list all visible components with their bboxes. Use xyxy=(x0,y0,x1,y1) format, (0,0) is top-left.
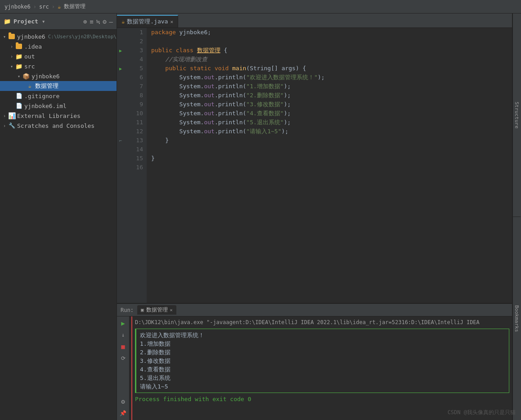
tree-item-pkg[interactable]: ▾ 📦 yjnboke6 xyxy=(0,71,117,81)
bookmarks-tab[interactable]: Bookmarks xyxy=(512,217,521,420)
ln-12: 12 xyxy=(128,127,143,136)
run-scroll-down-button[interactable]: ↓ xyxy=(118,330,128,340)
run-tab-label: 数据管理 xyxy=(146,306,168,314)
tree-item-root[interactable]: ▾ yjnboke6 C:\Users\yjn28\Desktop\博客代码\y… xyxy=(0,32,117,41)
ln-6: 6 xyxy=(128,73,143,82)
gutter-13: ⌐ xyxy=(117,136,124,145)
scratches-icon: 🔧 xyxy=(8,122,15,129)
ln-4: 4 xyxy=(128,55,143,64)
tree-item-scratches[interactable]: › 🔧 Scratches and Consoles xyxy=(0,121,117,131)
sep1: › xyxy=(33,4,36,10)
gutter-4 xyxy=(117,55,124,64)
tree-item-idea[interactable]: › .idea xyxy=(0,41,117,51)
code-line-11: System.out.println("5.退出系统"); xyxy=(151,118,508,127)
add-icon[interactable]: ⊕ xyxy=(83,18,87,25)
ln-5: 5 xyxy=(128,64,143,73)
settings-icon[interactable]: ⚙ xyxy=(103,18,106,25)
project-tree: ▾ yjnboke6 C:\Users\yjn28\Desktop\博客代码\y… xyxy=(0,30,117,420)
tree-item-src[interactable]: ▾ 📁 src xyxy=(0,61,117,71)
gutter-7 xyxy=(117,82,124,91)
tree-label-out: out xyxy=(24,53,35,60)
run-play-button[interactable]: ▶ xyxy=(118,318,128,328)
tab-close-button[interactable]: ✕ xyxy=(170,19,173,25)
editor-gutter-indicators: ▶ ▶ ⌐ xyxy=(117,28,124,303)
run-pin-button[interactable]: 📌 xyxy=(118,408,128,418)
git-file-icon: 📄 xyxy=(15,92,22,99)
run-cmd-text: D:\JDK12\bin\java.exe "-javaagent:D:\IDE… xyxy=(135,318,480,327)
run-output[interactable]: D:\JDK12\bin\java.exe "-javaagent:D:\IDE… xyxy=(132,316,512,420)
tree-arrow-src: ▾ xyxy=(8,64,15,69)
run-out-line-7: 请输入1~5 xyxy=(140,382,505,391)
breadcrumb-file: 数据管理 xyxy=(64,3,85,10)
tree-label-idea: .idea xyxy=(24,43,42,50)
tree-label-root: yjnboke6 xyxy=(17,33,45,40)
code-line-7: System.out.println("1.增加数据"); xyxy=(151,82,508,91)
run-arrow-3[interactable]: ▶ xyxy=(119,48,122,53)
sidebar-header: 📁 Project ▾ ⊕ ≡ ≒ ⚙ — xyxy=(0,14,117,30)
minimize-icon[interactable]: — xyxy=(109,18,113,25)
run-out-line-4: 3.修改数据 xyxy=(140,357,505,365)
ln-13: 13 xyxy=(128,136,143,145)
tree-item-iml[interactable]: 📄 yjnboke6.iml xyxy=(0,101,117,111)
tree-arrow-extlibs: › xyxy=(1,113,8,118)
tab-bar: ☕ 数据管理.java ✕ xyxy=(117,14,512,28)
fold-mark-13[interactable]: ⌐ xyxy=(119,138,122,143)
tree-label-datamgr: 数据管理 xyxy=(35,82,58,90)
run-tab-active[interactable]: ▣ 数据管理 ✕ xyxy=(137,305,176,315)
gutter-2 xyxy=(117,37,124,46)
ln-7: 7 xyxy=(128,82,143,91)
code-line-13: } xyxy=(151,136,508,145)
gutter-1 xyxy=(117,28,124,37)
ln-2: 2 xyxy=(128,37,143,46)
expand-icon[interactable]: ≒ xyxy=(96,18,100,25)
gutter-3[interactable]: ▶ xyxy=(117,46,124,55)
tree-label-extlibs: External Libraries xyxy=(17,113,81,119)
tab-label: 数据管理.java xyxy=(127,18,168,26)
tree-label-pkg: yjnboke6 xyxy=(31,73,60,80)
ln-8: 8 xyxy=(128,91,143,100)
run-settings-button[interactable]: ⚙ xyxy=(118,397,128,406)
tree-item-extlibs[interactable]: › 📊 External Libraries xyxy=(0,111,117,121)
run-output-box: 欢迎进入数据管理系统！ 1.增加数据 2.删除数据 3.修改数据 4.查看数据 … xyxy=(135,329,509,393)
run-stop-button[interactable]: ■ xyxy=(118,342,128,352)
gutter-12 xyxy=(117,127,124,136)
tree-item-gitignore[interactable]: 📄 .gitignore xyxy=(0,91,117,101)
structure-tab[interactable]: Structure xyxy=(512,14,521,217)
code-line-16 xyxy=(151,163,508,172)
sidebar-dropdown[interactable]: ▾ xyxy=(42,18,45,25)
code-line-6: System.out.println("欢迎进入数据管理系统！"); xyxy=(151,73,508,82)
tree-label-scratches: Scratches and Consoles xyxy=(17,122,94,129)
tree-item-datamgr[interactable]: ☕ 数据管理 xyxy=(0,81,117,91)
code-editor[interactable]: ▶ ▶ ⌐ 1 2 xyxy=(117,28,512,303)
run-out-line-1: 欢迎进入数据管理系统！ xyxy=(140,331,505,339)
sep2: › xyxy=(52,4,55,10)
run-output-area: D:\JDK12\bin\java.exe "-javaagent:D:\IDE… xyxy=(130,316,512,420)
run-rerun-button[interactable]: ⟳ xyxy=(118,353,128,363)
tab-datamgr[interactable]: ☕ 数据管理.java ✕ xyxy=(117,15,178,27)
folder-icon-out: 📁 xyxy=(15,53,22,60)
run-tab-icon: ▣ xyxy=(141,307,144,313)
gutter-5[interactable]: ▶ xyxy=(117,64,124,73)
collapse-all-icon[interactable]: ≡ xyxy=(90,18,93,25)
ln-14: 14 xyxy=(128,145,143,154)
run-tab-close[interactable]: ✕ xyxy=(170,307,173,312)
code-line-2 xyxy=(151,37,508,46)
code-line-3: public class 数据管理 { xyxy=(151,46,508,55)
right-tabs: Structure Bookmarks xyxy=(512,14,521,420)
run-out-line-3: 2.删除数据 xyxy=(140,348,505,357)
run-tab-bar: Run: ▣ 数据管理 ✕ xyxy=(117,304,512,316)
run-arrow-5[interactable]: ▶ xyxy=(119,66,122,71)
code-line-14 xyxy=(151,145,508,154)
tree-item-out[interactable]: › 📁 out xyxy=(0,51,117,61)
ln-15: 15 xyxy=(128,154,143,163)
breadcrumb-project: yjnboke6 xyxy=(4,4,31,10)
folder-icon-pkg: 📦 xyxy=(22,72,30,80)
folder-icon-root xyxy=(8,33,15,40)
line-numbers: 1 2 3 4 5 6 7 8 9 10 11 12 13 14 15 16 xyxy=(124,28,147,303)
run-out-line-2: 1.增加数据 xyxy=(140,339,505,348)
code-line-10: System.out.println("4.查看数据"); xyxy=(151,109,508,118)
ln-11: 11 xyxy=(128,118,143,127)
code-content[interactable]: package yjnboke6; public class 数据管理 { //… xyxy=(147,28,512,303)
code-line-1: package yjnboke6; xyxy=(151,28,508,37)
ln-16: 16 xyxy=(128,163,143,172)
